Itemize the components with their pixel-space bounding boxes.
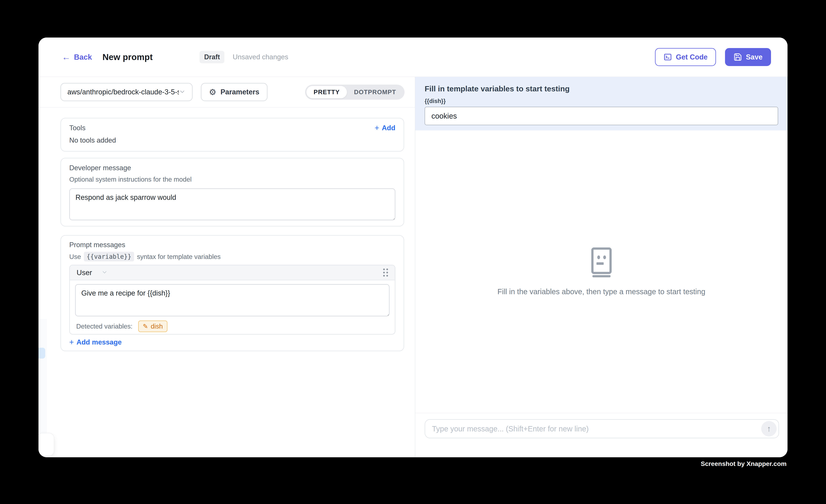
- empty-state-text: Fill in the variables above, then type a…: [497, 288, 705, 296]
- toggle-pretty[interactable]: PRETTY: [306, 86, 347, 98]
- developer-message-subtitle: Optional system instructions for the mod…: [69, 176, 395, 183]
- add-tool-label: Add: [382, 124, 395, 132]
- chat-message-input[interactable]: [425, 420, 761, 438]
- back-button[interactable]: ← Back: [62, 53, 92, 61]
- save-icon: [733, 53, 742, 61]
- parameters-label: Parameters: [220, 88, 259, 96]
- terminal-icon: [663, 53, 672, 61]
- prompt-messages-title: Prompt messages: [69, 241, 395, 249]
- parameters-button[interactable]: ⚙ Parameters: [201, 83, 268, 101]
- chevron-down-icon: [101, 269, 108, 276]
- chat-input-bar: ↑: [415, 413, 787, 457]
- template-variables-section: Fill in template variables to start test…: [415, 77, 787, 130]
- prompt-messages-card: Prompt messages Use {{variable}} syntax …: [60, 235, 404, 351]
- variable-chip-label: dish: [151, 323, 163, 330]
- plus-icon: +: [69, 338, 74, 346]
- message-block: User Give me a recipe for {{dish}}: [69, 265, 395, 334]
- message-role-value: User: [76, 268, 92, 277]
- variable-syntax-token: {{variable}}: [84, 252, 134, 261]
- tools-title: Tools: [69, 124, 85, 132]
- model-toolbar: aws/anthropic/bedrock-claude-3-5-s... ⚙ …: [39, 77, 415, 108]
- message-textarea[interactable]: Give me a recipe for {{dish}}: [75, 284, 390, 316]
- detected-variables-label: Detected variables:: [76, 323, 132, 330]
- sidebar-strip: [39, 319, 47, 433]
- header: ← Back New prompt Draft Unsaved changes …: [39, 38, 787, 77]
- template-variables-title: Fill in template variables to start test…: [425, 84, 778, 93]
- chat-empty-state: Fill in the variables above, then type a…: [415, 130, 787, 413]
- view-mode-toggle: PRETTY DOTPROMPT: [305, 85, 405, 100]
- message-role-select[interactable]: User: [76, 268, 108, 277]
- send-arrow-icon: ↑: [767, 425, 771, 433]
- model-select[interactable]: aws/anthropic/bedrock-claude-3-5-s...: [60, 83, 193, 101]
- developer-message-title: Developer message: [69, 164, 395, 172]
- variable-dish-input[interactable]: [425, 107, 778, 125]
- prompt-messages-subtitle-prefix: Use: [69, 253, 81, 260]
- plus-icon: +: [375, 124, 379, 132]
- chat-input-container: ↑: [425, 419, 779, 438]
- add-message-button[interactable]: + Add message: [69, 338, 395, 346]
- app-window: ← Back New prompt Draft Unsaved changes …: [39, 38, 787, 457]
- back-label: Back: [74, 53, 92, 61]
- robot-face-icon: [591, 247, 612, 278]
- unsaved-changes-text: Unsaved changes: [233, 53, 288, 61]
- message-body: Give me a recipe for {{dish}} Detected v…: [70, 280, 395, 334]
- save-button[interactable]: Save: [725, 48, 771, 66]
- detected-variables-row: Detected variables: ✎ dish: [76, 320, 390, 332]
- editor-column: aws/anthropic/bedrock-claude-3-5-s... ⚙ …: [39, 77, 415, 457]
- developer-message-card: Developer message Optional system instru…: [60, 158, 404, 227]
- save-label: Save: [746, 53, 763, 61]
- toggle-dotprompt[interactable]: DOTPROMPT: [347, 86, 403, 98]
- watermark-text: Screenshot by Xnapper.com: [701, 460, 786, 467]
- message-header: User: [70, 265, 395, 280]
- send-button[interactable]: ↑: [761, 421, 777, 436]
- status-badge: Draft: [199, 51, 224, 63]
- prompt-messages-subtitle-suffix: syntax for template variables: [137, 253, 221, 260]
- drag-handle-icon[interactable]: [383, 268, 388, 276]
- tools-card: Tools + Add No tools added: [60, 118, 404, 151]
- back-arrow-icon: ←: [62, 53, 71, 61]
- developer-message-textarea[interactable]: Respond as jack sparrow would: [69, 188, 395, 220]
- test-panel: Fill in template variables to start test…: [415, 77, 787, 457]
- add-tool-button[interactable]: + Add: [375, 124, 395, 132]
- gear-icon: ⚙: [209, 88, 216, 96]
- get-code-label: Get Code: [676, 53, 708, 61]
- variable-chip-dish[interactable]: ✎ dish: [138, 320, 168, 332]
- side-popover: [39, 433, 54, 456]
- pencil-icon: ✎: [143, 323, 148, 329]
- chevron-down-icon: [179, 88, 186, 96]
- editor-scroll-area: Tools + Add No tools added Developer mes…: [39, 108, 415, 351]
- add-message-label: Add message: [76, 338, 122, 346]
- page-title: New prompt: [103, 52, 153, 62]
- model-select-value: aws/anthropic/bedrock-claude-3-5-s...: [67, 88, 179, 96]
- sidebar-selected-item[interactable]: [39, 348, 45, 359]
- tools-empty-text: No tools added: [69, 136, 395, 144]
- get-code-button[interactable]: Get Code: [655, 48, 716, 66]
- variable-dish-label: {{dish}}: [425, 98, 778, 105]
